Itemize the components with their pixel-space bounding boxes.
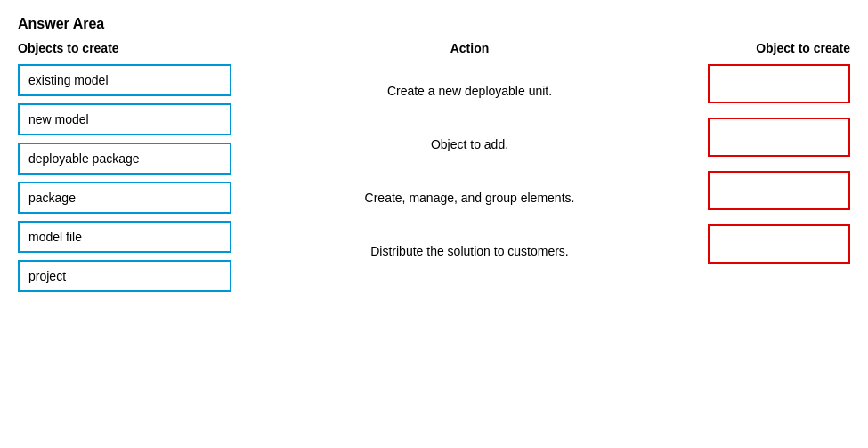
answer-box[interactable] [708, 118, 850, 157]
col-action-header: Action [258, 41, 681, 55]
object-item: project [18, 260, 231, 292]
action-item: Distribute the solution to customers. [258, 224, 681, 278]
object-item: existing model [18, 64, 231, 96]
object-item: package [18, 182, 231, 214]
object-item: deployable package [18, 143, 231, 175]
answer-box[interactable] [708, 64, 850, 103]
answer-area-title: Answer Area [18, 16, 850, 32]
col-action: Action Create a new deployable unit.Obje… [231, 41, 708, 278]
col-objects-header: Objects to create [18, 41, 231, 55]
columns-container: Objects to create existing modelnew mode… [18, 41, 850, 299]
object-item: new model [18, 103, 231, 135]
answer-box[interactable] [708, 171, 850, 210]
action-item: Create a new deployable unit. [258, 64, 681, 118]
answer-box[interactable] [708, 224, 850, 264]
col-answer-header: Object to create [708, 41, 850, 55]
col-answer: Object to create [708, 41, 850, 278]
object-item: model file [18, 221, 231, 253]
action-item: Object to add. [258, 118, 681, 171]
col-objects: Objects to create existing modelnew mode… [18, 41, 231, 299]
action-item: Create, manage, and group elements. [258, 171, 681, 224]
